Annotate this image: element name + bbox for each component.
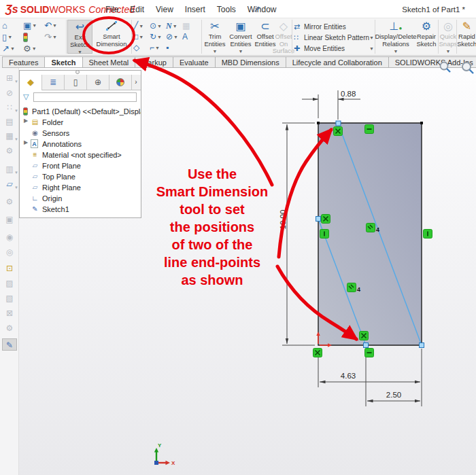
tab-property-manager[interactable]: ≣ [42,75,65,90]
chevron-down-icon[interactable]: ▼ [157,24,162,29]
convert-entities-button[interactable]: ▣ Convert Entities ▼ [228,20,253,54]
side-toolbar-icon[interactable]: ⊡ [2,262,17,275]
linear-sketch-pattern-button[interactable]: ∷ Linear Sketch Pattern ▼ [294,32,374,43]
chevron-down-icon[interactable]: ▼ [32,46,37,51]
menu-view[interactable]: View [156,5,173,14]
tab-dimxpert[interactable]: ⊕ [87,75,109,90]
side-toolbar-icon[interactable]: ▦▼ [2,130,17,142]
tree-item-origin[interactable]: ∟ Origin [20,193,141,204]
undo-button[interactable]: ↶▼ [44,20,64,31]
menu-insert[interactable]: Insert [185,5,205,14]
side-toolbar-icon[interactable]: ▤ [2,116,17,128]
circle-tool[interactable]: ⊙▼ [150,21,166,31]
side-toolbar-icon[interactable]: ⚙ [2,322,17,334]
side-toolbar-sketch-icon[interactable]: ✎ [2,338,17,351]
chevron-down-icon[interactable]: ▼ [173,35,178,39]
tree-item-material[interactable]: ≡ Material <not specified> [20,149,141,160]
rapid-sketch-button[interactable]: ✎ Rapid Sketch [458,20,476,54]
side-toolbar-plane-icon[interactable]: ▱▼ [2,178,17,190]
polygon-tool[interactable]: ◇ [133,43,150,52]
side-toolbar-icon[interactable]: ◉ [2,231,17,243]
tree-item-top-plane[interactable]: ▱ Top Plane [20,171,141,182]
chevron-down-icon[interactable]: ▼ [155,46,160,50]
chevron-down-icon[interactable]: ▼ [446,48,451,56]
fillet-tool[interactable]: ⌐▼ [150,43,166,52]
ellipse-tool[interactable]: ⊘▼ [166,32,182,41]
side-toolbar-icon[interactable]: ▥▼ [2,163,17,175]
tab-feature-tree[interactable]: ◆ [20,75,42,90]
tab-evaluate[interactable]: Evaluate [173,56,215,68]
text-tool[interactable]: A [182,32,199,41]
tree-filter-input[interactable] [33,92,137,102]
lifecycle-status-button[interactable] [23,33,43,42]
chevron-down-icon[interactable]: ▼ [394,48,398,56]
tab-display-manager[interactable] [109,75,132,90]
smart-dimension-button[interactable]: Smart Dimension [94,20,129,54]
side-toolbar-icon[interactable]: ⊞▼ [2,72,17,84]
save-button[interactable]: ▣▼ [23,20,43,31]
options-button[interactable]: ⚙▼ [23,43,43,54]
tab-solidworks-addins[interactable]: SOLIDWORKS Add-Ins [388,56,476,68]
chevron-down-icon[interactable]: ▼ [52,35,57,39]
chevron-down-icon[interactable]: ▼ [78,49,82,56]
tab-lifecycle-collaboration[interactable]: Lifecycle and Collaboration [286,56,388,68]
mirror-entities-button[interactable]: ⇄ Mirror Entities [294,21,374,32]
chevron-down-icon[interactable]: ▼ [52,23,57,28]
tab-sketch[interactable]: Sketch [44,56,82,68]
tab-sheet-metal[interactable]: Sheet Metal [82,56,135,68]
tree-item-sensors[interactable]: ◉ Sensors [20,128,141,139]
chevron-down-icon[interactable]: ▼ [173,24,177,29]
tree-item-right-plane[interactable]: ▱ Right Plane [20,182,141,193]
tree-item-sketch1[interactable]: ✎ Sketch1 [20,204,141,215]
new-document-button[interactable]: ▯▼ [2,32,22,42]
tree-root-part1[interactable]: Part1 (Default) <<Default>_Display Sta [20,106,141,117]
trim-entities-button[interactable]: ✂ Trim Entities ▼ [203,20,227,54]
side-toolbar-icon[interactable]: ▨ [2,277,17,289]
tab-configuration-manager[interactable]: ▯ [65,75,87,90]
line-tool[interactable]: ╱▼ [133,21,150,31]
side-toolbar-icon[interactable]: ◎ [2,246,17,258]
chevron-down-icon[interactable]: ▼ [369,35,374,40]
repair-sketch-button[interactable]: ⚙ Repair Sketch [415,20,437,54]
move-entities-button[interactable]: ✚ Move Entities ▼ [294,43,374,54]
panel-collapse-handle[interactable] [75,70,80,74]
menu-edit[interactable]: Edit [130,5,144,14]
redo-button[interactable]: ↷▼ [44,32,64,42]
chevron-down-icon[interactable]: ▼ [10,46,15,51]
chevron-down-icon[interactable]: ▼ [239,48,243,56]
side-toolbar-icon[interactable]: ⚙ [2,145,17,157]
chevron-down-icon[interactable]: ▼ [213,48,218,56]
chevron-down-icon[interactable]: ▼ [369,46,374,51]
tree-item-folder[interactable]: ▶ ▤ Folder [20,117,141,128]
side-toolbar-icon[interactable]: ∷▼ [2,101,17,113]
panel-tabs-expand[interactable]: › [132,75,140,90]
menu-file[interactable]: File [105,5,118,14]
tree-item-annotations[interactable]: ▶ A Annotations [20,139,141,149]
exit-sketch-button[interactable]: ↩ Exit Sketch ▼ [67,20,92,54]
home-button[interactable]: ⌂ [2,20,22,31]
side-toolbar-icon[interactable]: ⚙ [2,196,17,208]
side-toolbar-icon[interactable]: ▣ [2,213,17,226]
tree-item-front-plane[interactable]: ▱ Front Plane [20,160,141,171]
side-toolbar-icon[interactable]: ⊘ [2,87,17,99]
side-toolbar-icon[interactable]: ▧ [2,292,17,304]
rectangle-tool[interactable]: □▼ [133,32,150,41]
menu-tools[interactable]: Tools [217,5,236,14]
share-button[interactable]: ↗▼ [2,43,22,54]
point-tool[interactable]: ▪ [166,43,182,52]
chevron-down-icon[interactable]: ▼ [157,35,162,39]
tab-markup[interactable]: Markup [135,56,173,68]
tab-features[interactable]: Features [2,56,44,68]
expand-arrow-icon[interactable]: ▶ [24,118,28,124]
side-toolbar-icon[interactable]: ⊠ [2,307,17,319]
display-delete-relations-button[interactable]: ⊥● Display/Delete Relations ▼ [376,20,415,54]
arc-tool[interactable]: ↻▼ [150,32,166,41]
tab-mbd-dimensions[interactable]: MBD Dimensions [215,56,286,68]
chevron-down-icon[interactable]: ▼ [7,35,12,39]
chevron-down-icon[interactable]: ▼ [32,23,37,28]
expand-arrow-icon[interactable]: ▶ [24,139,28,145]
spline-tool[interactable]: N▼ [166,21,182,31]
spline-icon: N [166,21,172,31]
chevron-down-icon[interactable]: ▼ [139,35,143,39]
chevron-down-icon[interactable]: ▼ [139,24,143,29]
